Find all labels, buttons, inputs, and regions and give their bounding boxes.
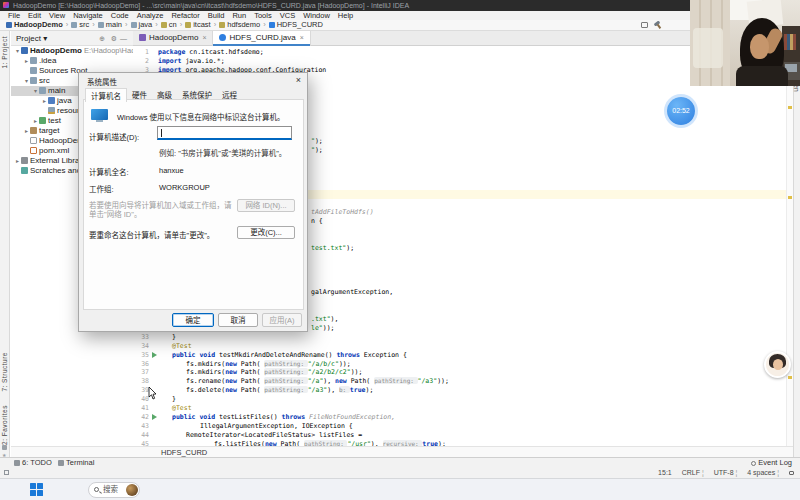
line-number: 43 — [133, 422, 149, 430]
code-fragment: test.txt"); — [311, 244, 354, 252]
code-line: @Test — [172, 404, 192, 412]
breadcrumb-label: java — [139, 20, 153, 29]
menu-build[interactable]: Build — [204, 11, 229, 20]
run-test-icon[interactable] — [152, 352, 157, 358]
breadcrumb-cn[interactable]: cn — [161, 20, 177, 30]
indent-setting[interactable]: 4 spaces — [747, 469, 775, 476]
taskbar-search[interactable]: 搜索 — [88, 482, 140, 498]
project-view-selector[interactable]: Project ▾ — [16, 31, 47, 46]
terminal-toolwindow-button[interactable]: Terminal — [58, 458, 94, 468]
editor-tab-HadoopDemo[interactable]: HadoopDemo× — [133, 31, 213, 46]
chevron-icon: ▸ — [23, 56, 30, 66]
folder-res-icon — [48, 107, 55, 114]
menu-navigate[interactable]: Navigate — [69, 11, 107, 20]
breadcrumb-HDFS_CURD[interactable]: HDFS_CURD — [269, 20, 323, 30]
menu-edit[interactable]: Edit — [24, 11, 45, 20]
code-token: } — [172, 333, 176, 341]
breadcrumb-main[interactable]: main — [98, 20, 122, 30]
run-test-icon[interactable] — [152, 414, 157, 420]
menu-vcs[interactable]: VCS — [276, 11, 299, 20]
stripe-icon[interactable] — [2, 445, 7, 450]
code-token: b: — [339, 386, 350, 393]
menu-analyze[interactable]: Analyze — [133, 11, 168, 20]
code-fragment: "); — [311, 137, 323, 145]
todo-toolwindow-button[interactable]: 6: TODO — [14, 458, 52, 468]
gear-icon[interactable]: ⚙ — [111, 31, 117, 46]
breadcrumb-label: main — [106, 20, 122, 29]
assistant-avatar[interactable] — [764, 351, 791, 378]
menu-refactor[interactable]: Refactor — [167, 11, 203, 20]
code-line: public void testMkdirAndDeleteAndRename(… — [172, 351, 407, 359]
code-token: ); — [315, 137, 323, 145]
tree-item-.idea[interactable]: ▸.idea — [11, 56, 133, 66]
dialog-tab-计算机名[interactable]: 计算机名 — [85, 88, 127, 102]
menu-bar: FileEditViewNavigateCodeAnalyzeRefactorB… — [0, 11, 800, 20]
cancel-button[interactable]: 取消 — [218, 313, 258, 327]
code-token: true — [350, 386, 366, 394]
menu-file[interactable]: File — [4, 11, 24, 20]
code-token: FileNotFoundException, — [309, 413, 395, 421]
breadcrumb-separator: › — [152, 20, 161, 29]
code-token: Path( — [241, 368, 264, 376]
menu-window[interactable]: Window — [299, 11, 334, 20]
start-button[interactable] — [30, 483, 43, 496]
line-ending[interactable]: CRLF — [682, 469, 700, 476]
breadcrumb-src[interactable]: src — [71, 20, 89, 30]
left-tool-stripe — [0, 31, 10, 457]
menu-tools[interactable]: Tools — [250, 11, 276, 20]
network-id-button[interactable]: 网络 ID(N)... — [237, 199, 295, 212]
stripe-project-button[interactable]: 1: Project — [1, 36, 8, 68]
breadcrumb-java[interactable]: java — [131, 20, 153, 30]
dialog-close-button[interactable]: × — [296, 75, 301, 85]
breadcrumb-label: itcast — [193, 20, 211, 29]
code-fragment: galArgumentException, — [311, 288, 393, 296]
code-token: public void — [172, 351, 219, 359]
breadcrumb-itcast[interactable]: itcast — [185, 20, 211, 30]
build-hammer-icon[interactable] — [654, 21, 662, 29]
apply-button[interactable]: 应用(A) — [262, 313, 302, 327]
line-number: 2 — [133, 57, 149, 65]
editor-tab-HDFS_CURD.java[interactable]: HDFS_CURD.java× — [213, 31, 310, 46]
stripe-structure-button[interactable]: 7: Structure — [1, 352, 8, 392]
recording-timer[interactable]: 02:52 — [667, 97, 695, 125]
code-token: fs.mkdirs( — [186, 368, 225, 376]
caret-position[interactable]: 15:1 — [658, 469, 672, 476]
status-bar: 15:1 CRLF ¦ UTF-8 ¦ 4 spaces ¦ — [0, 468, 800, 478]
search-daily-image[interactable] — [126, 484, 138, 496]
webcam-video-overlay — [690, 0, 800, 86]
menu-view[interactable]: View — [45, 11, 69, 20]
hide-panel-icon[interactable]: — — [120, 31, 127, 46]
breadcrumb-HadoopDemo[interactable]: HadoopDemo — [6, 20, 63, 30]
editor-scrollbar[interactable] — [786, 46, 793, 446]
system-properties-dialog: 系统属性 × 计算机名硬件高级系统保护远程 Windows 使用以下信息在网络中… — [78, 72, 308, 332]
event-log-icon — [751, 461, 756, 466]
change-button[interactable]: 更改(C)... — [237, 226, 295, 239]
chevron-icon: ▾ — [32, 86, 39, 96]
code-token: new — [225, 377, 241, 385]
breadcrumb-separator: › — [63, 20, 72, 29]
folder-icon — [71, 22, 77, 28]
locate-icon[interactable]: ⊕ — [99, 31, 105, 46]
encoding[interactable]: UTF-8 — [714, 469, 734, 476]
stripe-favorites-button[interactable]: 2: Favorites — [1, 405, 8, 445]
tool-window-icon[interactable] — [641, 22, 648, 28]
computer-description-input[interactable] — [157, 126, 292, 140]
tree-item-HadoopDemo[interactable]: ▾HadoopDemo E:\Hadoop\HadoopDemo — [11, 46, 133, 56]
file-breadcrumb[interactable]: HDFS_CURD — [161, 448, 207, 457]
tab-close-icon[interactable]: × — [202, 34, 206, 41]
menu-help[interactable]: Help — [334, 11, 357, 20]
status-corner-icon[interactable] — [4, 470, 9, 475]
tab-label: HadoopDemo — [149, 33, 198, 42]
code-line: fs.mkdirs(new Path( pathString: "/a2/b2/… — [186, 368, 362, 376]
event-log-button[interactable]: Event Log — [751, 458, 792, 468]
ok-button[interactable]: 确定 — [172, 313, 214, 327]
breadcrumb-hdfsdemo[interactable]: hdfsdemo — [219, 20, 260, 30]
tab-close-icon[interactable]: × — [300, 34, 304, 41]
lock-icon[interactable] — [789, 471, 794, 475]
menu-run[interactable]: Run — [228, 11, 250, 20]
code-token: @Test — [172, 342, 192, 350]
line-number: 41 — [133, 404, 149, 412]
windows-taskbar: 搜索 ^ 中 20:38 2025/9/21 — [0, 478, 800, 500]
breadcrumb-separator: › — [260, 20, 269, 29]
menu-code[interactable]: Code — [107, 11, 133, 20]
